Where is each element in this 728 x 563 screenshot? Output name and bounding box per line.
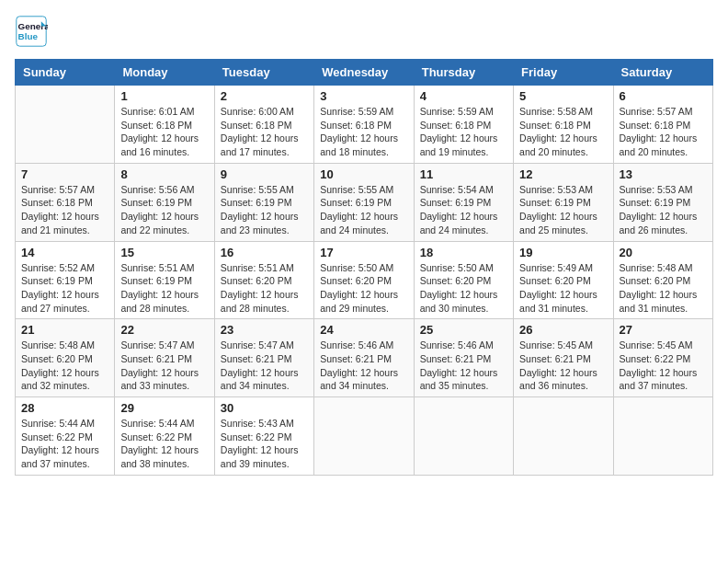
calendar-week-3: 14Sunrise: 5:52 AM Sunset: 6:19 PM Dayli… [16, 241, 713, 319]
day-number: 20 [620, 246, 707, 259]
day-number: 10 [320, 167, 407, 181]
day-number: 13 [620, 167, 707, 181]
calendar-cell [414, 397, 513, 476]
day-number: 14 [21, 246, 108, 259]
day-number: 12 [519, 167, 607, 181]
calendar-cell: 10Sunrise: 5:55 AM Sunset: 6:19 PM Dayli… [314, 163, 414, 241]
calendar-week-5: 28Sunrise: 5:44 AM Sunset: 6:22 PM Dayli… [16, 397, 713, 476]
calendar-cell: 28Sunrise: 5:44 AM Sunset: 6:22 PM Dayli… [16, 397, 115, 476]
day-number: 27 [620, 323, 707, 337]
day-info: Sunrise: 5:43 AM Sunset: 6:22 PM Dayligh… [221, 417, 308, 471]
day-info: Sunrise: 6:01 AM Sunset: 6:18 PM Dayligh… [120, 105, 208, 159]
day-number: 15 [120, 246, 208, 259]
calendar-cell: 22Sunrise: 5:47 AM Sunset: 6:21 PM Dayli… [115, 319, 214, 397]
day-info: Sunrise: 5:53 AM Sunset: 6:19 PM Dayligh… [620, 183, 707, 237]
day-info: Sunrise: 5:47 AM Sunset: 6:21 PM Dayligh… [120, 339, 208, 393]
day-number: 28 [21, 401, 108, 415]
page-header: General Blue [15, 15, 713, 48]
logo-icon: General Blue [15, 15, 48, 48]
calendar-cell: 14Sunrise: 5:52 AM Sunset: 6:19 PM Dayli… [16, 241, 115, 319]
day-info: Sunrise: 5:50 AM Sunset: 6:20 PM Dayligh… [320, 261, 407, 316]
day-number: 18 [420, 246, 507, 259]
calendar-cell: 19Sunrise: 5:49 AM Sunset: 6:20 PM Dayli… [514, 241, 613, 319]
calendar-cell: 16Sunrise: 5:51 AM Sunset: 6:20 PM Dayli… [214, 241, 313, 319]
calendar-cell: 21Sunrise: 5:48 AM Sunset: 6:20 PM Dayli… [16, 319, 115, 397]
calendar-header-row: SundayMondayTuesdayWednesdayThursdayFrid… [16, 60, 713, 86]
calendar-cell: 24Sunrise: 5:46 AM Sunset: 6:21 PM Dayli… [314, 319, 414, 397]
col-header-tuesday: Tuesday [214, 60, 313, 86]
day-number: 1 [120, 89, 208, 103]
day-info: Sunrise: 5:57 AM Sunset: 6:18 PM Dayligh… [620, 105, 707, 159]
svg-text:Blue: Blue [18, 31, 39, 41]
day-number: 9 [221, 167, 308, 181]
calendar-cell [16, 86, 115, 164]
day-number: 17 [320, 246, 407, 259]
calendar-week-4: 21Sunrise: 5:48 AM Sunset: 6:20 PM Dayli… [16, 319, 713, 397]
day-info: Sunrise: 5:44 AM Sunset: 6:22 PM Dayligh… [21, 417, 108, 471]
day-number: 2 [221, 89, 308, 103]
day-number: 5 [519, 89, 607, 103]
calendar-cell: 11Sunrise: 5:54 AM Sunset: 6:19 PM Dayli… [414, 163, 513, 241]
calendar-cell: 30Sunrise: 5:43 AM Sunset: 6:22 PM Dayli… [214, 397, 313, 476]
col-header-sunday: Sunday [16, 60, 115, 86]
col-header-monday: Monday [115, 60, 214, 86]
day-info: Sunrise: 5:56 AM Sunset: 6:19 PM Dayligh… [120, 183, 208, 237]
calendar-cell: 23Sunrise: 5:47 AM Sunset: 6:21 PM Dayli… [214, 319, 313, 397]
day-number: 6 [620, 89, 707, 103]
calendar-cell: 3Sunrise: 5:59 AM Sunset: 6:18 PM Daylig… [314, 86, 414, 164]
calendar-cell: 12Sunrise: 5:53 AM Sunset: 6:19 PM Dayli… [514, 163, 613, 241]
col-header-saturday: Saturday [613, 60, 712, 86]
day-info: Sunrise: 5:52 AM Sunset: 6:19 PM Dayligh… [21, 261, 108, 316]
calendar-cell: 15Sunrise: 5:51 AM Sunset: 6:19 PM Dayli… [115, 241, 214, 319]
day-number: 3 [320, 89, 407, 103]
calendar-cell: 8Sunrise: 5:56 AM Sunset: 6:19 PM Daylig… [115, 163, 214, 241]
calendar-week-1: 1Sunrise: 6:01 AM Sunset: 6:18 PM Daylig… [16, 86, 713, 164]
calendar-cell [514, 397, 613, 476]
day-number: 11 [420, 167, 507, 181]
day-number: 23 [221, 323, 308, 337]
day-info: Sunrise: 5:44 AM Sunset: 6:22 PM Dayligh… [120, 417, 208, 471]
day-info: Sunrise: 5:48 AM Sunset: 6:20 PM Dayligh… [620, 261, 707, 316]
day-number: 7 [21, 167, 108, 181]
day-number: 19 [519, 246, 607, 259]
day-info: Sunrise: 5:51 AM Sunset: 6:19 PM Dayligh… [120, 261, 208, 316]
day-info: Sunrise: 5:48 AM Sunset: 6:20 PM Dayligh… [21, 339, 108, 393]
calendar-cell [314, 397, 414, 476]
day-info: Sunrise: 5:46 AM Sunset: 6:21 PM Dayligh… [420, 339, 507, 393]
day-number: 22 [120, 323, 208, 337]
calendar-table: SundayMondayTuesdayWednesdayThursdayFrid… [15, 59, 713, 476]
calendar-cell: 7Sunrise: 5:57 AM Sunset: 6:18 PM Daylig… [16, 163, 115, 241]
day-info: Sunrise: 6:00 AM Sunset: 6:18 PM Dayligh… [221, 105, 308, 159]
day-number: 8 [120, 167, 208, 181]
col-header-thursday: Thursday [414, 60, 513, 86]
day-info: Sunrise: 5:59 AM Sunset: 6:18 PM Dayligh… [420, 105, 507, 159]
day-number: 21 [21, 323, 108, 337]
calendar-cell: 9Sunrise: 5:55 AM Sunset: 6:19 PM Daylig… [214, 163, 313, 241]
calendar-cell [613, 397, 712, 476]
logo: General Blue [15, 15, 51, 48]
calendar-cell: 20Sunrise: 5:48 AM Sunset: 6:20 PM Dayli… [613, 241, 712, 319]
day-number: 16 [221, 246, 308, 259]
calendar-cell: 26Sunrise: 5:45 AM Sunset: 6:21 PM Dayli… [514, 319, 613, 397]
calendar-cell: 18Sunrise: 5:50 AM Sunset: 6:20 PM Dayli… [414, 241, 513, 319]
calendar-cell: 17Sunrise: 5:50 AM Sunset: 6:20 PM Dayli… [314, 241, 414, 319]
day-info: Sunrise: 5:58 AM Sunset: 6:18 PM Dayligh… [519, 105, 607, 159]
day-info: Sunrise: 5:45 AM Sunset: 6:21 PM Dayligh… [519, 339, 607, 393]
day-number: 30 [221, 401, 308, 415]
calendar-week-2: 7Sunrise: 5:57 AM Sunset: 6:18 PM Daylig… [16, 163, 713, 241]
day-info: Sunrise: 5:54 AM Sunset: 6:19 PM Dayligh… [420, 183, 507, 237]
day-info: Sunrise: 5:55 AM Sunset: 6:19 PM Dayligh… [221, 183, 308, 237]
day-info: Sunrise: 5:59 AM Sunset: 6:18 PM Dayligh… [320, 105, 407, 159]
col-header-friday: Friday [514, 60, 613, 86]
svg-text:General: General [18, 21, 48, 31]
day-info: Sunrise: 5:49 AM Sunset: 6:20 PM Dayligh… [519, 261, 607, 316]
calendar-cell: 5Sunrise: 5:58 AM Sunset: 6:18 PM Daylig… [514, 86, 613, 164]
calendar-cell: 1Sunrise: 6:01 AM Sunset: 6:18 PM Daylig… [115, 86, 214, 164]
calendar-cell: 6Sunrise: 5:57 AM Sunset: 6:18 PM Daylig… [613, 86, 712, 164]
calendar-cell: 13Sunrise: 5:53 AM Sunset: 6:19 PM Dayli… [613, 163, 712, 241]
day-info: Sunrise: 5:53 AM Sunset: 6:19 PM Dayligh… [519, 183, 607, 237]
col-header-wednesday: Wednesday [314, 60, 414, 86]
calendar-cell: 29Sunrise: 5:44 AM Sunset: 6:22 PM Dayli… [115, 397, 214, 476]
calendar-cell: 25Sunrise: 5:46 AM Sunset: 6:21 PM Dayli… [414, 319, 513, 397]
day-info: Sunrise: 5:57 AM Sunset: 6:18 PM Dayligh… [21, 183, 108, 237]
